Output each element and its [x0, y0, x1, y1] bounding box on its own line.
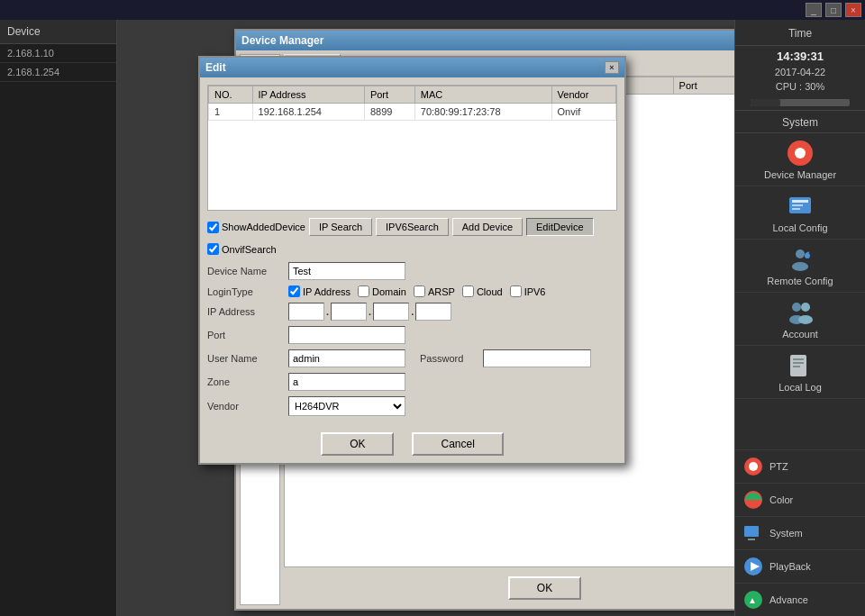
title-bar: _ □ × — [0, 0, 865, 20]
svg-rect-5 — [792, 208, 800, 210]
nav-local-config[interactable]: Local Config — [735, 186, 865, 240]
login-cloud-checkbox[interactable] — [462, 285, 474, 297]
maximize-button[interactable]: □ — [825, 3, 842, 17]
date-display: 2017-04-22 — [775, 65, 825, 79]
device-manager-title-bar[interactable]: Device Manager × — [236, 31, 734, 50]
left-panel: Device 2.168.1.10 2.168.1.254 — [0, 20, 117, 616]
login-cloud-label: Cloud — [477, 286, 503, 297]
system-icon — [742, 522, 764, 544]
advance-icon: ▲ — [742, 589, 764, 611]
svg-point-13 — [798, 315, 813, 324]
color-icon — [742, 489, 764, 511]
login-cloud-group: Cloud — [462, 285, 503, 297]
edit-close-button[interactable]: × — [605, 61, 619, 74]
nav-ptz[interactable]: PTZ — [735, 449, 865, 483]
password-label: Password — [420, 353, 483, 364]
show-added-device-checkbox[interactable] — [207, 222, 219, 233]
edit-title-bar[interactable]: Edit × — [200, 58, 624, 77]
ip-octet-3[interactable] — [373, 303, 409, 321]
local-config-icon — [786, 192, 815, 221]
login-domain-group: Domain — [358, 285, 406, 297]
svg-rect-4 — [792, 204, 803, 206]
edit-ok-button[interactable]: OK — [321, 432, 394, 456]
login-arsp-checkbox[interactable] — [414, 285, 425, 297]
ip-search-button[interactable]: IP Search — [309, 218, 372, 236]
onvif-search-label: OnvifSearch — [222, 244, 277, 255]
edit-dialog: Edit × NO. IP Address Port MAC — [198, 56, 626, 465]
nav-advance-label: Advance — [769, 594, 808, 605]
ip-address-label: IP Address — [207, 306, 288, 317]
device-item-1[interactable]: 2.168.1.10 — [0, 44, 116, 63]
password-input[interactable] — [483, 349, 591, 367]
ip-octet-4[interactable] — [415, 303, 451, 321]
ip-octet-2[interactable] — [331, 303, 367, 321]
cpu-progress-bar — [751, 99, 850, 106]
svg-point-6 — [796, 249, 805, 258]
device-manager-title: Device Manager — [241, 34, 323, 47]
vendor-row: Vendor H264DVR Onvif Other — [207, 396, 617, 416]
title-bar-controls[interactable]: _ □ × — [804, 3, 861, 17]
vendor-label: Vendor — [207, 401, 288, 412]
show-added-device-group: ShowAddedDevice — [207, 222, 305, 233]
scan-row-1[interactable]: 1 192.168.1.254 8899 70:80:99:17:23:78 O… — [209, 104, 616, 121]
nav-device-manager[interactable]: Device Manager — [735, 133, 865, 186]
nav-ptz-label: PTZ — [769, 461, 788, 472]
ip-dot-2: . — [369, 306, 371, 317]
login-domain-checkbox[interactable] — [358, 285, 369, 297]
device-manager-icon — [786, 139, 815, 168]
login-ipv6-label: IPV6 — [524, 286, 546, 297]
svg-rect-17 — [793, 366, 800, 367]
device-name-label: Device Name — [207, 266, 288, 276]
svg-point-1 — [795, 148, 806, 159]
scan-col-ip: IP Address — [252, 86, 364, 104]
login-ipv6-group: IPV6 — [510, 285, 546, 297]
nav-account[interactable]: Account — [735, 293, 865, 346]
nav-playback[interactable]: PlayBack — [735, 549, 865, 583]
login-ip-checkbox[interactable] — [288, 285, 300, 297]
close-button[interactable]: × — [845, 3, 861, 17]
scan-col-vendor: Vendor — [551, 86, 615, 104]
login-ip-group: IP Address — [288, 285, 351, 297]
scan-table-wrapper[interactable]: NO. IP Address Port MAC Vendor 1 192.168… — [207, 85, 617, 211]
bottom-nav: PTZ Color System — [735, 449, 865, 616]
svg-point-19 — [749, 462, 758, 471]
local-log-icon — [786, 351, 815, 380]
device-name-input[interactable] — [288, 262, 405, 280]
svg-point-12 — [801, 303, 810, 312]
zone-input[interactable] — [288, 373, 405, 391]
nav-system[interactable]: System — [735, 516, 865, 549]
scan-cell-port: 8899 — [364, 104, 414, 121]
edit-cancel-button[interactable]: Cancel — [412, 432, 503, 456]
scan-col-mac: MAC — [414, 86, 551, 104]
ip-octet-1[interactable] — [288, 303, 324, 321]
time-header: Time — [735, 23, 865, 46]
nav-remote-config[interactable]: Remote Config — [735, 240, 865, 293]
onvif-search-checkbox[interactable] — [207, 243, 219, 255]
vendor-select[interactable]: H264DVR Onvif Other — [288, 396, 405, 416]
username-input[interactable] — [288, 349, 405, 367]
nav-advance[interactable]: ▲ Advance — [735, 583, 865, 616]
ip-dot-3: . — [411, 306, 414, 317]
svg-rect-15 — [793, 358, 804, 360]
center-panel: Device Manager × 📁 Zone a ADD AR on Test — [117, 20, 734, 616]
nav-color[interactable]: Color — [735, 483, 865, 516]
ipv6-search-button[interactable]: IPV6Search — [376, 218, 449, 236]
nav-local-log-label: Local Log — [778, 382, 822, 393]
add-device-button[interactable]: Add Device — [452, 218, 523, 236]
ptz-icon — [742, 456, 764, 477]
right-panel: Time 14:39:31 2017-04-22 CPU : 30% Syste… — [734, 20, 865, 616]
nav-account-label: Account — [782, 329, 818, 340]
edit-window-controls[interactable]: × — [605, 61, 619, 74]
scan-col-no: NO. — [209, 86, 253, 104]
port-input[interactable] — [288, 326, 405, 344]
scan-cell-mac: 70:80:99:17:23:78 — [414, 104, 551, 121]
nav-system-label: System — [769, 528, 803, 539]
cpu-progress-fill — [751, 99, 780, 106]
login-ipv6-checkbox[interactable] — [510, 285, 522, 297]
edit-device-button[interactable]: EditDevice — [526, 218, 594, 236]
minimize-button[interactable]: _ — [806, 3, 822, 17]
nav-local-log[interactable]: Local Log — [735, 346, 865, 399]
dm-ok-button[interactable]: OK — [508, 576, 581, 600]
device-item-2[interactable]: 2.168.1.254 — [0, 63, 116, 82]
device-list: 2.168.1.10 2.168.1.254 — [0, 44, 116, 616]
